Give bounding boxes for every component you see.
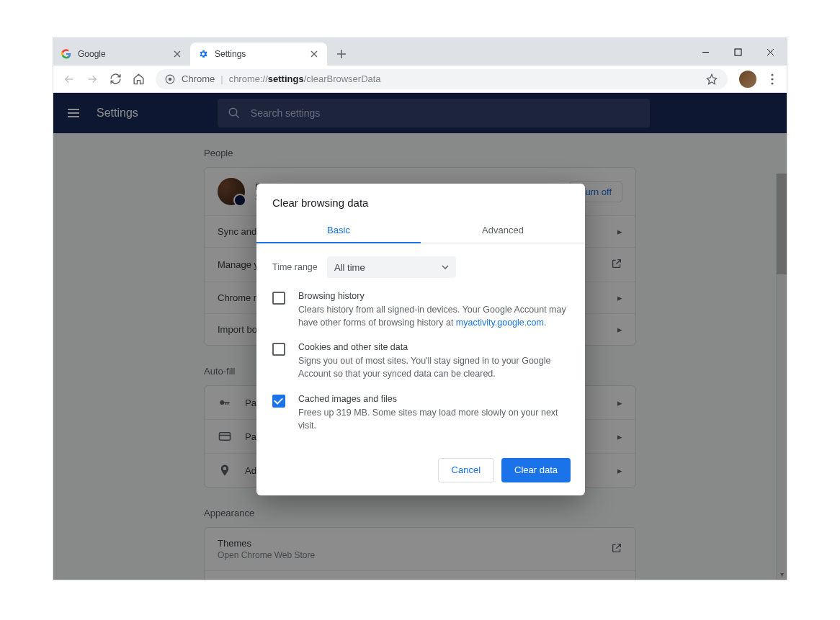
profile-avatar[interactable] — [739, 71, 756, 88]
checkbox-cookies[interactable] — [272, 343, 285, 356]
tab-strip: Google Settings — [53, 38, 787, 66]
time-range-value: All time — [334, 262, 365, 273]
address-bar[interactable]: Chrome | chrome://settings/clearBrowserD… — [156, 69, 728, 89]
content-area: Settings Search settings ▾ People — [53, 93, 787, 580]
reload-button[interactable] — [105, 69, 125, 89]
cookies-title: Cookies and other site data — [298, 342, 569, 352]
option-browsing-history[interactable]: Browsing history Clears history from all… — [272, 291, 569, 329]
forward-button[interactable] — [82, 69, 102, 89]
chrome-secure-icon — [164, 73, 176, 85]
tab-advanced[interactable]: Advanced — [421, 216, 585, 243]
close-icon[interactable] — [171, 48, 183, 60]
myactivity-link[interactable]: myactivity.google.com — [456, 318, 544, 328]
clear-data-button[interactable]: Clear data — [501, 458, 571, 482]
tab-settings[interactable]: Settings — [190, 42, 327, 66]
history-desc: Clears history from all signed-in device… — [298, 303, 569, 329]
tab-settings-title: Settings — [215, 49, 308, 59]
window-close-button[interactable] — [754, 41, 787, 63]
google-favicon-icon — [61, 48, 72, 60]
dialog-tabs: Basic Advanced — [256, 216, 585, 243]
tab-google[interactable]: Google — [53, 42, 190, 66]
dialog-title: Clear browsing data — [256, 184, 585, 216]
secure-label: Chrome — [182, 73, 215, 84]
home-button[interactable] — [128, 69, 148, 89]
omnibox-separator: | — [220, 73, 223, 84]
svg-rect-0 — [735, 49, 741, 55]
cache-desc: Frees up 319 MB. Some sites may load mor… — [298, 406, 569, 432]
menu-button[interactable] — [764, 71, 781, 88]
time-range-label: Time range — [272, 262, 327, 272]
checkbox-history[interactable] — [272, 292, 285, 305]
option-cache[interactable]: Cached images and files Frees up 319 MB.… — [272, 394, 569, 432]
minimize-button[interactable] — [689, 41, 722, 63]
svg-point-4 — [771, 78, 773, 80]
bookmark-star-icon[interactable] — [705, 72, 719, 86]
toolbar: Chrome | chrome://settings/clearBrowserD… — [53, 66, 787, 93]
browser-window: Google Settings — [53, 37, 787, 580]
tab-basic[interactable]: Basic — [256, 216, 421, 243]
close-icon[interactable] — [308, 48, 320, 60]
option-cookies[interactable]: Cookies and other site data Signs you ou… — [272, 342, 569, 380]
cookies-desc: Signs you out of most sites. You'll stay… — [298, 354, 569, 380]
url-text: chrome://settings/clearBrowserData — [229, 73, 381, 84]
cancel-button[interactable]: Cancel — [438, 458, 494, 482]
new-tab-button[interactable] — [331, 44, 352, 64]
time-range-select[interactable]: All time — [327, 256, 456, 278]
tab-google-title: Google — [78, 49, 171, 59]
checkbox-cache[interactable] — [272, 395, 285, 408]
back-button[interactable] — [59, 69, 79, 89]
settings-favicon-icon — [197, 48, 209, 60]
history-title: Browsing history — [298, 291, 569, 301]
maximize-button[interactable] — [722, 41, 754, 63]
svg-point-3 — [771, 73, 773, 76]
svg-point-5 — [771, 82, 773, 84]
svg-point-2 — [169, 77, 172, 81]
window-controls — [689, 38, 787, 66]
cache-title: Cached images and files — [298, 394, 569, 404]
chevron-down-icon — [442, 265, 449, 269]
clear-browsing-data-dialog: Clear browsing data Basic Advanced Time … — [256, 184, 585, 495]
